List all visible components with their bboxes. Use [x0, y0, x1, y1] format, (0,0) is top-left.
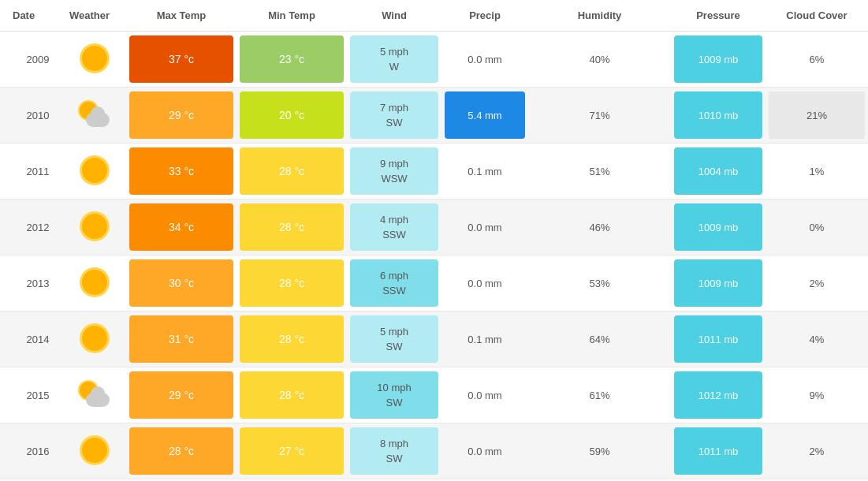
humidity-cell: 71%	[528, 88, 671, 144]
date-cell: 2014	[0, 311, 63, 367]
sun-icon	[82, 46, 107, 71]
min-temp-cell: 27 °c	[237, 423, 347, 479]
sun-icon	[82, 438, 107, 463]
precip-cell: 0.0 mm	[441, 423, 528, 479]
sun-icon	[82, 270, 107, 295]
precip-cell: 0.0 mm	[441, 367, 528, 423]
max-temp-cell: 29 °c	[126, 367, 237, 423]
weather-icon-cell	[63, 423, 126, 479]
cloud-cover-cell: 9%	[766, 367, 868, 423]
pressure-cell: 1004 mb	[671, 144, 766, 199]
min-temp-cell: 28 °c	[237, 367, 347, 423]
max-temp-cell: 33 °c	[126, 144, 237, 199]
partly-cloudy-icon	[80, 382, 110, 407]
pressure-cell: 1011 mb	[671, 311, 766, 367]
weather-icon-cell	[63, 88, 126, 144]
max-temp-cell: 30 °c	[126, 255, 237, 311]
min-temp-cell: 28 °c	[237, 144, 347, 199]
max-temp-cell: 29 °c	[126, 88, 237, 144]
date-cell: 2009	[0, 32, 63, 88]
humidity-cell: 59%	[528, 423, 671, 479]
header-weather: Weather	[63, 0, 126, 32]
cloud-cover-cell: 6%	[766, 32, 868, 88]
wind-cell: 10 mphSW	[347, 367, 441, 423]
pressure-cell: 1010 mb	[671, 88, 766, 144]
humidity-cell: 40%	[528, 32, 671, 88]
weather-icon-cell	[63, 367, 126, 423]
date-cell: 2010	[0, 88, 63, 144]
wind-cell: 4 mphSSW	[347, 199, 441, 255]
wind-cell: 5 mphW	[347, 32, 441, 88]
sun-icon	[82, 326, 107, 351]
pressure-cell: 1009 mb	[671, 199, 766, 255]
min-temp-cell: 20 °c	[237, 88, 347, 144]
cloud-cover-cell: 0%	[766, 199, 868, 255]
wind-cell: 7 mphSW	[347, 88, 441, 144]
min-temp-cell: 28 °c	[237, 255, 347, 311]
pressure-cell: 1009 mb	[671, 32, 766, 88]
weather-table: Date Weather Max Temp Min Temp Wind Prec…	[0, 0, 868, 479]
cloud-cover-cell: 21%	[766, 88, 868, 144]
date-cell: 2016	[0, 423, 63, 479]
cloud-cover-cell: 4%	[766, 311, 868, 367]
pressure-cell: 1009 mb	[671, 255, 766, 311]
header-max-temp: Max Temp	[126, 0, 237, 32]
header-pressure: Pressure	[671, 0, 766, 32]
weather-icon-cell	[63, 32, 126, 88]
date-cell: 2012	[0, 199, 63, 255]
precip-cell: 0.0 mm	[441, 255, 528, 311]
cloud-cover-cell: 2%	[766, 255, 868, 311]
precip-cell: 0.0 mm	[441, 199, 528, 255]
date-cell: 2011	[0, 144, 63, 199]
wind-cell: 8 mphSW	[347, 423, 441, 479]
header-date: Date	[0, 0, 63, 32]
header-wind: Wind	[347, 0, 441, 32]
header-cloud-cover: Cloud Cover	[766, 0, 868, 32]
wind-cell: 5 mphSW	[347, 311, 441, 367]
humidity-cell: 53%	[528, 255, 671, 311]
cloud-cover-cell: 1%	[766, 144, 868, 199]
min-temp-cell: 28 °c	[237, 199, 347, 255]
humidity-cell: 64%	[528, 311, 671, 367]
min-temp-cell: 23 °c	[237, 32, 347, 88]
min-temp-cell: 28 °c	[237, 311, 347, 367]
wind-cell: 9 mphWSW	[347, 144, 441, 199]
weather-icon-cell	[63, 199, 126, 255]
precip-cell: 5.4 mm	[441, 88, 528, 144]
header-precip: Precip	[441, 0, 528, 32]
humidity-cell: 51%	[528, 144, 671, 199]
humidity-cell: 46%	[528, 199, 671, 255]
weather-icon-cell	[63, 311, 126, 367]
pressure-cell: 1011 mb	[671, 423, 766, 479]
max-temp-cell: 34 °c	[126, 199, 237, 255]
sun-icon	[82, 158, 107, 183]
header-humidity: Humidity	[528, 0, 671, 32]
cloud-cover-cell: 2%	[766, 423, 868, 479]
precip-cell: 0.1 mm	[441, 311, 528, 367]
max-temp-cell: 28 °c	[126, 423, 237, 479]
max-temp-cell: 31 °c	[126, 311, 237, 367]
max-temp-cell: 37 °c	[126, 32, 237, 88]
wind-cell: 6 mphSSW	[347, 255, 441, 311]
weather-icon-cell	[63, 255, 126, 311]
date-cell: 2013	[0, 255, 63, 311]
pressure-cell: 1012 mb	[671, 367, 766, 423]
header-min-temp: Min Temp	[237, 0, 347, 32]
precip-cell: 0.1 mm	[441, 144, 528, 199]
humidity-cell: 61%	[528, 367, 671, 423]
weather-icon-cell	[63, 144, 126, 199]
precip-cell: 0.0 mm	[441, 32, 528, 88]
rainy-icon	[80, 102, 110, 127]
sun-icon	[82, 214, 107, 239]
date-cell: 2015	[0, 367, 63, 423]
